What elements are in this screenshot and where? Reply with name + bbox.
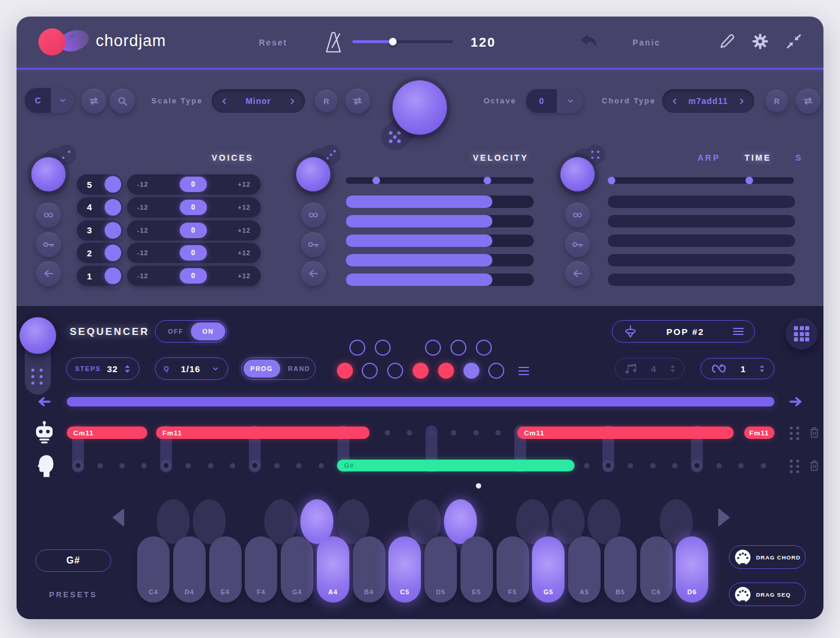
velocity-lock-key-icon[interactable] [301,232,326,257]
mod-bar[interactable] [608,235,795,247]
key-A4[interactable]: A4 [317,536,349,603]
note-step-dot[interactable] [716,463,722,468]
mod-bar[interactable] [608,215,795,227]
chord-step-dot[interactable] [473,430,479,435]
step-note-white-2[interactable] [387,363,403,379]
scale-selector[interactable]: Minor [212,89,305,113]
on-label[interactable]: ON [191,323,225,340]
tempo-slider-thumb[interactable] [389,38,397,45]
velocity-bar[interactable] [346,274,534,286]
keyboard-scroll-left[interactable] [112,508,124,527]
key-swap-button[interactable] [82,89,106,113]
voice-count-pill[interactable]: 4 [77,197,123,217]
voice-toggle[interactable] [105,222,121,239]
step-note-black-1[interactable] [375,340,391,356]
bpm-value[interactable]: 120 [471,35,496,50]
note-step-dot[interactable] [319,463,324,468]
key-D6[interactable]: D6 [676,536,708,603]
mod-tab-time[interactable]: TIME [744,153,771,162]
note-step-dot[interactable] [186,463,191,468]
note-step-dot[interactable] [119,463,125,468]
timeline-left-arrow[interactable] [36,396,51,408]
chord-swap-button[interactable] [796,89,820,113]
key-B4[interactable]: B4 [353,536,385,603]
mod-range-handle[interactable] [608,177,615,184]
note-step-dot[interactable] [230,463,235,468]
velocity-undo-icon[interactable] [301,261,326,286]
voice-transpose-slider[interactable]: -120+12 [127,266,261,286]
note-track-trash-icon[interactable] [809,459,820,472]
voice-value-pill[interactable]: 0 [180,200,207,215]
chord-step-dot[interactable] [407,430,412,435]
velocity-bar[interactable] [346,254,534,266]
note-step-dot[interactable] [296,463,301,468]
chord-step-dot[interactable] [385,430,390,435]
chord-step-dot[interactable] [429,430,434,435]
sequencer-onoff-toggle[interactable]: OFF ON [155,320,227,343]
step-note-white-5[interactable] [463,363,479,379]
key-D4[interactable]: D4 [173,536,206,603]
step-note-black-3[interactable] [450,340,466,356]
key-F4[interactable]: F4 [245,536,277,603]
voices-loop-icon[interactable] [36,203,61,227]
velocity-range-handle[interactable] [372,177,380,184]
note-track-drag-handle[interactable] [790,460,799,473]
note-step-dot[interactable] [98,463,103,468]
chord-block[interactable]: Fm11 [744,427,774,439]
gear-icon[interactable] [751,32,769,50]
mod-bar[interactable] [608,196,795,208]
head-icon[interactable] [37,454,54,479]
chord-reset-button[interactable]: R [766,90,788,112]
note-step-dot[interactable] [208,463,213,468]
step-note-white-1[interactable] [362,363,378,379]
voices-lock-key-icon[interactable] [36,232,61,257]
mod-tab-arp[interactable]: ARP [698,153,721,162]
note-step-beat-dot[interactable] [691,460,703,471]
tempo-slider[interactable] [352,40,453,43]
main-random-knob[interactable] [393,80,447,135]
mod-bar[interactable] [608,254,795,266]
search-icon[interactable] [110,89,135,113]
mod-tab-s[interactable]: S [796,153,803,162]
scale-swap-button[interactable] [345,89,370,113]
step-note-black-2[interactable] [425,340,441,356]
seq-random-knob[interactable] [20,317,56,354]
key-E4[interactable]: E4 [209,536,242,603]
note-step-dot[interactable] [584,463,589,468]
key-C6[interactable]: C6 [640,536,673,603]
collapse-window-icon[interactable] [786,33,802,50]
drag-seq-button[interactable]: DRAG SEQ [729,582,806,606]
note-step-dot[interactable] [141,463,147,468]
note-step-dot[interactable] [274,463,280,468]
rand-label[interactable]: RAND [288,365,310,372]
note-step-beat-dot[interactable] [249,460,261,471]
velocity-bar[interactable] [346,235,534,247]
voice-transpose-slider[interactable]: -120+12 [127,243,261,263]
mod-knob[interactable] [560,157,595,191]
chord-step-dot[interactable] [451,430,456,435]
voice-count-pill[interactable]: 3 [77,220,123,240]
voice-value-pill[interactable]: 0 [180,268,207,284]
key-B5[interactable]: B5 [604,536,637,603]
note-step-dot[interactable] [738,463,744,468]
presets-label[interactable]: PRESETS [49,590,98,599]
octave-dropdown[interactable]: 0 [526,89,584,113]
drag-chord-button[interactable]: DRAG CHORD [729,545,806,569]
voice-toggle[interactable] [105,176,121,193]
mod-lock-key-icon[interactable] [565,232,590,257]
note-step-dot[interactable] [650,463,656,468]
keyboard-scroll-right[interactable] [718,508,730,527]
voices-undo-icon[interactable] [36,261,61,286]
step-note-white-0[interactable] [337,363,353,379]
step-note-white-6[interactable] [488,363,504,379]
mod-range-handle[interactable] [745,177,753,184]
prog-label[interactable]: PROG [244,360,280,377]
off-label[interactable]: OFF [168,328,184,335]
key-dropdown[interactable]: C [25,88,74,113]
voice-count-pill[interactable]: 1 [77,266,123,286]
chord-track-drag-handle[interactable] [790,427,799,440]
chord-block[interactable]: Cm11 [517,427,733,439]
steps-control[interactable]: STEPS 32 [66,357,140,380]
note-step-dot[interactable] [672,463,677,468]
mod-range-slider[interactable] [608,177,794,184]
